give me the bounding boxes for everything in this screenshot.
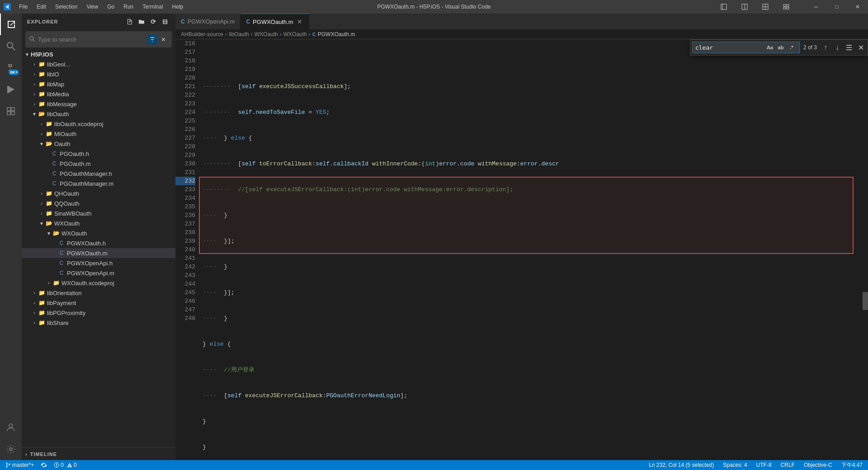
activity-settings[interactable] [0,438,22,460]
spaces-label: Spaces: 4 [723,462,747,468]
code-content[interactable]: ········[self executeJSSuccessCallback];… [199,39,863,460]
new-file-button[interactable] [125,17,135,27]
tab-pgwxoauth[interactable]: C PGWXOauth.m ✕ [241,14,309,29]
folder-open-icon: 📂 [38,111,45,117]
find-menu-button[interactable]: ☰ [844,42,854,52]
collapse-all-button[interactable]: ⊟ [160,17,170,27]
folder-open-icon: 📂 [45,220,52,226]
tree-item-libshare[interactable]: › 📁 libShare [22,318,175,328]
tree-item-libpgproximity[interactable]: › 📁 libPGProximity [22,308,175,318]
folder-icon: 📁 [38,71,45,77]
c-icon: C [312,32,316,37]
tree-item-pgoauth-m[interactable]: C PGOauth.m [22,159,175,169]
activity-run[interactable] [0,79,22,100]
tree-label: libMedia [47,91,69,98]
errors-button[interactable]: 0 0 [52,460,78,470]
activity-scm[interactable]: 6K+ [0,57,22,79]
find-prev-button[interactable]: ↑ [821,42,830,52]
match-whole-word-button[interactable]: ab [776,42,786,52]
c-file-icon: C [58,260,65,266]
refresh-explorer-button[interactable]: ⟳ [148,17,158,27]
sidebar-search-bar[interactable]: Type to search ✕ [25,31,172,47]
menu-selection[interactable]: Selection [51,0,82,14]
tree-item-liboauth[interactable]: ▼ 📂 libOauth [22,109,175,119]
tree-item-pgoauthmanager-h[interactable]: C PGOauthManager.h [22,169,175,179]
layout-menu-button[interactable] [776,0,797,14]
activity-search[interactable] [0,35,22,57]
tree-root[interactable]: ▼ H5P.IOS [22,49,175,59]
sidebar-toggle-button[interactable] [713,0,734,14]
tree-item-libgeol[interactable]: › 📁 libGeol... [22,59,175,69]
tree-item-qhoauth[interactable]: › 📁 QHOauth [22,188,175,198]
activity-account[interactable] [0,417,22,438]
tree-item-liboauth-xcode[interactable]: › 📁 libOauth.xcodeproj [22,119,175,129]
breadcrumb-liboauth[interactable]: libOauth [229,31,249,38]
tree-item-libmessage[interactable]: › 📁 libMessage [22,99,175,109]
search-input[interactable]: Type to search [38,36,145,43]
new-folder-button[interactable] [137,17,146,27]
tree-item-pgwxopenapi-h[interactable]: C PGWXOpenApi.h [22,258,175,268]
find-close-button[interactable]: ✕ [856,42,866,52]
activity-extensions[interactable] [0,100,22,122]
editor-layout-button[interactable] [734,0,755,14]
tree-item-libmedia[interactable]: › 📁 libMedia [22,89,175,99]
split-editor-button[interactable] [755,0,776,14]
tree-item-pgoauthmanager-m[interactable]: C PGOauthManager.m [22,179,175,188]
activity-explorer[interactable] [0,14,22,35]
activity-bar: 6K+ [0,14,22,460]
tree-item-libmap[interactable]: › 📁 libMap [22,79,175,89]
tree-item-libio[interactable]: › 📁 libIO [22,69,175,79]
tree-item-wxoauth-inner[interactable]: ▼ 📂 WXOauth [22,228,175,238]
encoding-button[interactable]: UTF-8 [755,460,774,470]
scrollbar-thumb[interactable] [863,292,868,310]
find-next-button[interactable]: ↓ [832,42,842,52]
line-ending-button[interactable]: CRLF [779,460,797,470]
chevron-right-icon: › [31,62,38,67]
chevron-down-icon: ▼ [31,112,38,117]
tree-label: libMessage [47,101,77,108]
git-branch-button[interactable]: master*+ [4,460,36,470]
menu-run[interactable]: Run [119,0,138,14]
close-button[interactable]: ✕ [847,0,868,14]
breadcrumb-wxoauth1[interactable]: WXOauth [255,31,278,38]
tree-item-wxoauth-xcode[interactable]: › 📁 WXOauth.xcodeproj [22,278,175,288]
tree-label: WXOauth [54,220,80,227]
menu-edit[interactable]: Edit [32,0,51,14]
use-regex-button[interactable]: .* [787,42,797,52]
language-button[interactable]: Objective-C [802,460,834,470]
position-button[interactable]: Ln 232, Col 14 (5 selected) [647,460,716,470]
menu-view[interactable]: View [82,0,103,14]
tree-item-oauth[interactable]: ▼ 📂 Oauth [22,139,175,149]
menu-help[interactable]: Help [168,0,188,14]
tree-item-sinawboauth[interactable]: › 📁 SinaWBOauth [22,208,175,218]
close-search-button[interactable]: ✕ [158,34,168,44]
find-input[interactable] [695,44,763,51]
tree-item-qqoauth[interactable]: › 📁 QQOauth [22,198,175,208]
tree-item-pgwxopenapi-m[interactable]: C PGWXOpenApi.m [22,268,175,278]
menu-terminal[interactable]: Terminal [138,0,167,14]
filter-button[interactable] [147,34,157,44]
maximize-button[interactable]: □ [826,0,847,14]
tab-close-button[interactable]: ✕ [296,18,303,25]
spaces-button[interactable]: Spaces: 4 [721,460,749,470]
tree-item-wxoauth[interactable]: ▼ 📂 WXOauth [22,218,175,228]
tree-item-mioauth[interactable]: › 📁 MiOauth [22,129,175,139]
code-line-221: ····} [203,211,863,220]
menu-file[interactable]: File [14,0,32,14]
vscode-logo [4,3,11,10]
sync-button[interactable] [39,460,48,470]
breadcrumb-wxoauth2[interactable]: WXOauth [283,31,307,38]
tree-item-pgwxoauth-m[interactable]: C PGWXOauth.m [22,248,175,258]
tree-item-liborientation[interactable]: › 📁 libOrientation [22,288,175,298]
match-case-button[interactable]: Aa [765,42,775,52]
tree-item-pgoauth-h[interactable]: C PGOauth.h [22,149,175,159]
timeline-section[interactable]: › TIMELINE [22,447,175,460]
find-count: 2 of 3 [802,44,819,51]
breadcrumb-ahbuilder[interactable]: AHBuilder-source [181,31,223,38]
menu-go[interactable]: Go [103,0,119,14]
tab-pgwxopenapi[interactable]: C PGWXOpenApi.m [175,14,241,29]
chevron-right-icon: › [38,122,45,127]
tree-item-pgwxoauth-h[interactable]: C PGWXOauth.h [22,238,175,248]
minimize-button[interactable]: ─ [806,0,826,14]
tree-item-libpayment[interactable]: › 📁 libPayment [22,298,175,308]
